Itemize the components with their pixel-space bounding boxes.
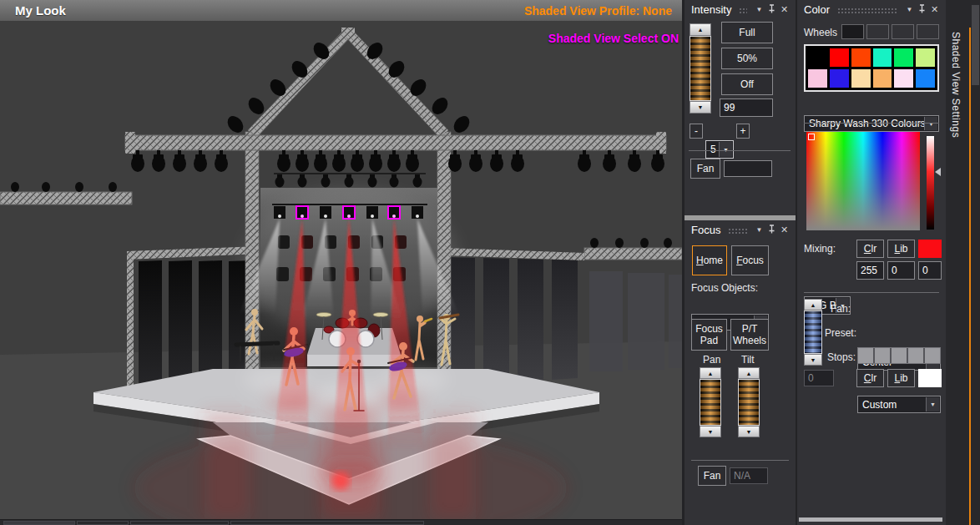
color-fan-down-button[interactable]: ▼ bbox=[804, 354, 822, 366]
fixture[interactable] bbox=[320, 206, 331, 219]
palette-swatch[interactable] bbox=[873, 48, 892, 67]
focus-fan-button[interactable]: Fan bbox=[698, 466, 726, 486]
pan-down-button[interactable]: ▼ bbox=[700, 426, 721, 437]
focus-fan-input[interactable]: N/A bbox=[730, 467, 768, 484]
palette-swatch[interactable] bbox=[808, 48, 827, 67]
stop-cell[interactable] bbox=[908, 348, 925, 363]
intensity-wheel[interactable] bbox=[690, 36, 711, 101]
value-slider-handle-icon[interactable] bbox=[935, 168, 941, 176]
intensity-off-button[interactable]: Off bbox=[721, 73, 773, 95]
intensity-step-dropdown[interactable]: 5▼ bbox=[705, 140, 734, 159]
palette-swatch[interactable] bbox=[916, 69, 935, 88]
stops-clr-button[interactable]: Clr bbox=[856, 369, 884, 387]
chevron-down-icon[interactable]: ▼ bbox=[924, 117, 937, 130]
palette-swatch[interactable] bbox=[894, 69, 913, 88]
focus-home-button[interactable]: Home bbox=[692, 245, 727, 275]
preset-dropdown[interactable]: Custom▼ bbox=[857, 396, 941, 413]
value-slider[interactable] bbox=[927, 136, 934, 230]
close-icon[interactable]: ✕ bbox=[928, 4, 941, 15]
selected-fixture[interactable] bbox=[296, 206, 308, 219]
mixing-color-swatch[interactable] bbox=[918, 240, 942, 258]
bottom-bar-segment[interactable] bbox=[3, 521, 75, 525]
color-library-dropdown[interactable]: Sharpy Wash 330 Colours▼ bbox=[804, 115, 939, 132]
intensity-up-button[interactable]: ▲ bbox=[690, 23, 711, 36]
bottom-bar-segment[interactable] bbox=[230, 521, 424, 525]
tilt-up-button[interactable]: ▲ bbox=[738, 367, 760, 379]
intensity-full-button[interactable]: Full bbox=[721, 22, 773, 43]
bottom-bar-segment[interactable] bbox=[130, 521, 229, 525]
palette-swatch[interactable] bbox=[808, 69, 827, 88]
stops-lib-button[interactable]: Lib bbox=[887, 369, 915, 387]
focus-panel-header[interactable]: Focus ▼ ✕ bbox=[684, 220, 796, 239]
chevron-down-icon[interactable]: ▼ bbox=[753, 6, 765, 13]
palette-swatch[interactable] bbox=[851, 69, 871, 88]
tilt-wheel[interactable] bbox=[738, 379, 760, 426]
intensity-value-input[interactable]: 99 bbox=[720, 98, 773, 117]
focus-pad-button[interactable]: Focus Pad bbox=[691, 319, 727, 351]
stop-cell[interactable] bbox=[875, 348, 892, 363]
fixture[interactable] bbox=[274, 206, 285, 219]
mixing-clr-button[interactable]: Clr bbox=[856, 240, 884, 258]
chevron-down-icon[interactable]: ▼ bbox=[719, 142, 732, 157]
intensity-50-button[interactable]: 50% bbox=[721, 48, 773, 69]
intensity-panel-header[interactable]: Intensity ▼ ✕ bbox=[684, 0, 796, 18]
color-gradient-picker[interactable] bbox=[806, 132, 920, 230]
tilt-down-button[interactable]: ▼ bbox=[738, 426, 760, 437]
intensity-fan-button[interactable]: Fan bbox=[690, 159, 720, 179]
palette-swatch[interactable] bbox=[916, 48, 935, 67]
fixture[interactable] bbox=[366, 206, 378, 219]
intensity-step-minus-button[interactable]: - bbox=[690, 124, 703, 139]
pan-wheel[interactable] bbox=[700, 379, 721, 426]
stops-value-input[interactable]: 0 bbox=[804, 370, 834, 386]
palette-swatch[interactable] bbox=[830, 69, 849, 88]
chevron-down-icon[interactable]: ▼ bbox=[903, 6, 916, 13]
stage-scene[interactable] bbox=[0, 21, 682, 519]
pan-up-button[interactable]: ▲ bbox=[700, 367, 721, 379]
palette-swatch[interactable] bbox=[851, 48, 871, 67]
drag-grip-icon[interactable] bbox=[739, 8, 747, 13]
mixing-lib-button[interactable]: Lib bbox=[887, 240, 915, 258]
color-fan-wheel[interactable] bbox=[804, 310, 822, 354]
intensity-down-button[interactable]: ▼ bbox=[690, 101, 711, 114]
drag-grip-icon[interactable] bbox=[837, 8, 897, 13]
wheel-slot[interactable] bbox=[841, 24, 864, 39]
chevron-down-icon[interactable]: ▼ bbox=[926, 397, 939, 411]
color-fan-up-button[interactable]: ▲ bbox=[804, 299, 822, 310]
focus-focus-button[interactable]: Focus bbox=[731, 245, 769, 275]
bottom-bar-segment[interactable] bbox=[77, 521, 129, 525]
pin-icon[interactable] bbox=[765, 225, 778, 235]
red-value-input[interactable]: 255 bbox=[856, 261, 884, 280]
drag-grip-icon[interactable] bbox=[728, 228, 747, 234]
selected-fixture[interactable] bbox=[388, 206, 400, 219]
render-viewport[interactable]: My Look Shaded View Profile: None bbox=[0, 0, 682, 525]
close-icon[interactable]: ✕ bbox=[778, 225, 791, 235]
wheel-slot[interactable] bbox=[892, 24, 914, 39]
pin-icon[interactable] bbox=[916, 4, 928, 15]
shaded-view-settings-tab[interactable]: Shaded View Settings bbox=[950, 32, 962, 138]
color-palette[interactable] bbox=[804, 44, 939, 92]
green-value-input[interactable]: 0 bbox=[887, 261, 915, 280]
wheel-slot[interactable] bbox=[866, 24, 889, 39]
selected-fixture[interactable] bbox=[343, 206, 355, 219]
stops-color-swatch[interactable] bbox=[918, 369, 942, 387]
palette-swatch[interactable] bbox=[830, 48, 849, 67]
palette-swatch[interactable] bbox=[894, 48, 913, 67]
pin-icon[interactable] bbox=[765, 4, 778, 15]
wheel-slot[interactable] bbox=[917, 24, 939, 39]
viewport-bottom-bar[interactable] bbox=[0, 519, 682, 525]
color-picker-cursor[interactable] bbox=[808, 134, 815, 140]
intensity-step-plus-button[interactable]: + bbox=[736, 124, 750, 139]
stop-cell[interactable] bbox=[925, 348, 940, 363]
stops-strip[interactable] bbox=[857, 347, 941, 364]
intensity-fan-input[interactable] bbox=[724, 160, 772, 177]
palette-swatch[interactable] bbox=[873, 69, 892, 88]
fixture[interactable] bbox=[412, 206, 423, 219]
pt-wheels-button[interactable]: P/T Wheels bbox=[730, 319, 769, 351]
stop-cell[interactable] bbox=[892, 348, 908, 363]
stop-cell[interactable] bbox=[858, 348, 875, 363]
close-icon[interactable]: ✕ bbox=[778, 4, 791, 15]
color-panel-scrollbar[interactable] bbox=[799, 517, 942, 522]
right-scrollbar-thumb[interactable] bbox=[972, 5, 979, 85]
color-panel-header[interactable]: Color ▼ ✕ bbox=[797, 0, 946, 18]
chevron-down-icon[interactable]: ▼ bbox=[753, 226, 765, 234]
